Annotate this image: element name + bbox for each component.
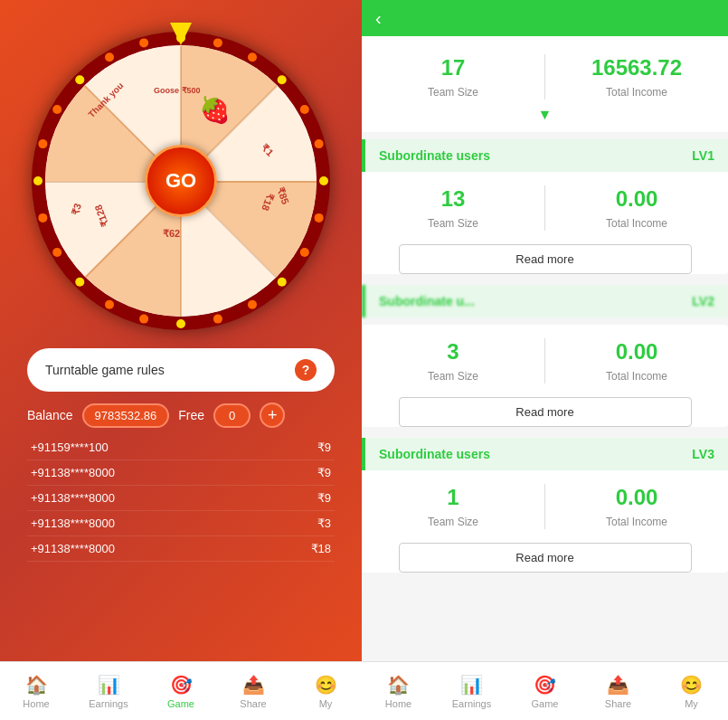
sub-lv2-team-size-label: Team Size [428,370,478,383]
transaction-phone-2: +91138****8000 [31,466,115,479]
read-more-lv1-button[interactable]: Read more [399,244,692,274]
right-nav-home[interactable]: 🏠 Home [372,674,426,709]
sub-lv2-income-label: Total Income [606,370,667,383]
free-value: 0 [213,403,251,428]
sub-lv3-level: LV3 [692,447,714,461]
sub-lv1-team-size-box: 13 Team Size [362,186,544,230]
svg-point-9 [278,278,287,287]
sub-lv3-income-value: 0.00 [616,485,658,510]
game-rules-text: Turntable game rules [45,363,165,377]
sub-lv1-income-label: Total Income [606,217,667,230]
transaction-item-3: +91138****8000 ₹9 [27,486,335,511]
sub-lv3-stats: 1 Team Size 0.00 Total Income [362,470,728,538]
free-label: Free [178,408,204,422]
question-icon: ? [295,359,317,381]
main-stats-row: 17 Team Size 16563.72 Total Income [362,54,728,99]
right-bottom-nav: 🏠 Home 📊 Earnings 🎯 Game 📤 Share 😊 My [362,661,728,720]
right-game-icon: 🎯 [534,674,556,696]
svg-point-13 [139,315,148,324]
left-home-icon: 🏠 [25,674,48,696]
sub-lv3-title: Subordinate users [379,447,490,461]
sub-lv3-team-size-value: 1 [447,485,459,510]
right-earnings-icon: 📊 [460,674,483,696]
sub-lv3-income-box: 0.00 Total Income [545,485,728,528]
svg-point-15 [75,278,84,287]
transaction-phone-5: +91138****8000 [31,542,115,555]
sub-lv1-stats: 13 Team Size 0.00 Total Income [362,172,728,240]
transaction-amount-5: ₹18 [311,542,331,555]
right-nav-share[interactable]: 📤 Share [591,674,646,709]
svg-point-6 [319,176,328,185]
team-size-label: Team Size [428,86,478,99]
right-game-label: Game [532,698,559,709]
team-size-box: 17 Team Size [362,55,544,99]
main-stats-section: 17 Team Size 16563.72 Total Income ▼ [362,36,728,132]
svg-point-2 [248,52,257,62]
left-game-label: Game [167,698,194,709]
read-more-lv3-button[interactable]: Read more [399,543,692,573]
svg-point-20 [52,105,61,114]
left-earnings-icon: 📊 [98,674,120,696]
sub-lv3-team-size-box: 1 Team Size [362,485,544,528]
svg-point-10 [248,300,257,309]
left-game-icon: 🎯 [170,674,193,696]
sub-lv1-team-size-label: Team Size [428,217,478,230]
game-rules-button[interactable]: Turntable game rules ? [27,348,335,392]
svg-point-17 [38,213,47,223]
transaction-item-4: +91138****8000 ₹3 [27,511,335,536]
left-nav-earnings[interactable]: 📊 Earnings [81,674,136,709]
sub-lv2-team-size-box: 3 Team Size [362,339,544,383]
svg-point-12 [176,319,185,328]
balance-value: 9783532.86 [82,403,170,428]
team-size-value: 17 [441,55,466,81]
svg-point-5 [315,139,324,148]
sub-lv2-income-value: 0.00 [616,339,658,365]
total-income-box: 16563.72 Total Income [545,55,728,99]
svg-point-1 [213,38,222,47]
back-button[interactable]: ‹ [375,8,382,29]
scroll-content: 17 Team Size 16563.72 Total Income ▼ Sub… [362,36,728,661]
go-button[interactable]: GO [145,145,217,217]
left-my-icon: 😊 [315,674,337,696]
dropdown-arrow-icon[interactable]: ▼ [538,107,553,123]
transaction-item-2: +91138****8000 ₹9 [27,460,335,486]
left-nav-share[interactable]: 📤 Share [226,674,280,709]
left-panel: Goose ₹500 Thank you ₹1 ₹85 ₹18 ₹62 ₹128… [0,0,362,720]
svg-point-22 [105,52,114,62]
left-nav-my[interactable]: 😊 My [298,674,353,709]
right-nav-earnings[interactable]: 📊 Earnings [445,674,499,709]
sub-lv2-income-box: 0.00 Total Income [545,339,728,383]
left-nav-home[interactable]: 🏠 Home [9,674,63,709]
svg-point-4 [300,105,309,114]
left-earnings-label: Earnings [89,698,128,709]
plus-button[interactable]: + [260,403,285,428]
svg-point-14 [105,300,114,309]
right-home-label: Home [385,698,411,709]
wheel-pointer [170,23,192,45]
right-share-label: Share [605,698,631,709]
transaction-phone-4: +91138****8000 [31,516,115,530]
sub-lv1-header: Subordinate users LV1 [362,139,728,172]
sub-lv1-team-size-value: 13 [441,186,466,212]
left-nav-game[interactable]: 🎯 Game [154,674,208,709]
transaction-amount-4: ₹3 [317,516,331,530]
sub-lv2-level-blurred: LV2 [692,294,714,308]
right-my-label: My [685,698,698,709]
read-more-lv2-button[interactable]: Read more [399,397,692,427]
left-share-icon: 📤 [242,674,265,696]
svg-point-7 [315,213,324,223]
transaction-item-1: +91159****100 ₹9 [27,435,335,460]
right-home-icon: 🏠 [387,674,410,696]
right-my-icon: 😊 [680,674,703,696]
subordinate-lv3-section: Subordinate users LV3 1 Team Size 0.00 T… [362,438,728,573]
sub-lv2-title-blurred: Subordinate u... [379,294,475,308]
svg-point-8 [300,248,309,257]
svg-point-18 [33,176,43,185]
svg-point-21 [75,75,84,84]
left-bottom-nav: 🏠 Home 📊 Earnings 🎯 Game 📤 Share 😊 My [0,661,362,720]
right-header: ‹ [362,0,728,36]
right-nav-game[interactable]: 🎯 Game [518,674,572,709]
right-nav-my[interactable]: 😊 My [665,674,719,709]
sub-lv1-income-box: 0.00 Total Income [545,186,728,230]
sub-lv1-income-value: 0.00 [616,186,658,212]
